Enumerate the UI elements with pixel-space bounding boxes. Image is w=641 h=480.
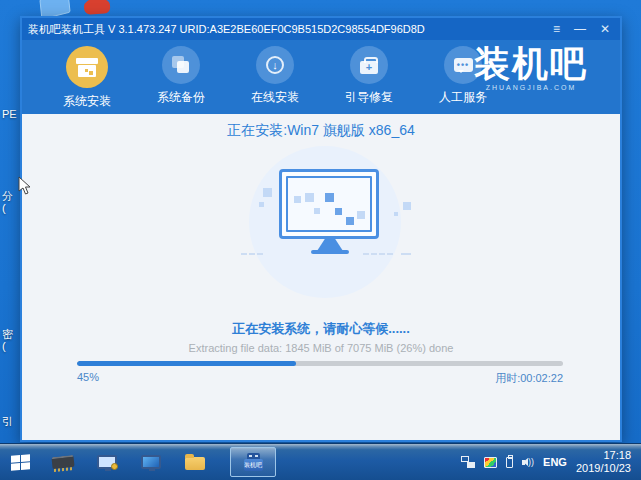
taskbar-item-remote-tool[interactable] — [92, 448, 122, 476]
decor-square — [335, 208, 342, 215]
decor-square — [357, 211, 365, 219]
taskbar-item-usb-installer-active[interactable]: 装机吧 — [230, 447, 276, 477]
network-icon[interactable] — [461, 456, 475, 468]
logo-wordmark: 装机吧 — [456, 42, 606, 86]
status-message-en: Extracting file data: 1845 MiB of 7075 M… — [22, 342, 620, 354]
computer-display-icon — [141, 455, 161, 469]
clock[interactable]: 17:18 2019/10/23 — [576, 449, 635, 475]
close-icon[interactable]: ✕ — [600, 23, 610, 35]
nav-item-boot-repair[interactable]: + 引导修复 — [322, 46, 416, 106]
decor-dash — [363, 253, 393, 255]
progress-percent: 45% — [77, 371, 99, 386]
taskbar-item-computer[interactable] — [136, 448, 166, 476]
nav-bar: 系统安装 系统备份 ↓ 在线安装 + 引导修复 ••• 人工服务 — [22, 40, 620, 114]
taskbar: 装机吧 )) ENG 17:18 2019/10/23 — [0, 443, 641, 480]
nav-label: 引导修复 — [345, 89, 393, 106]
usb-drive-icon: 装机吧 — [244, 453, 263, 471]
decor-square — [394, 212, 398, 216]
speaker-icon[interactable]: )) — [522, 457, 534, 467]
desktop-label-fragment[interactable]: ( — [2, 202, 6, 214]
nav-item-system-install[interactable]: 系统安装 — [40, 46, 134, 110]
window-titlebar[interactable]: 装机吧装机工具 V 3.1.473.247 URID:A3E2BE60EF0C9… — [22, 18, 620, 40]
taskbar-item-memory-chip[interactable] — [48, 448, 78, 476]
progress-bar-fill — [77, 361, 296, 366]
nav-item-system-backup[interactable]: 系统备份 — [134, 46, 228, 106]
nav-label: 系统安装 — [63, 93, 111, 110]
nav-item-online-install[interactable]: ↓ 在线安装 — [228, 46, 322, 106]
usb-drive-label: 装机吧 — [244, 459, 263, 471]
backup-copies-icon — [162, 46, 200, 84]
decor-square — [325, 193, 334, 202]
decor-square — [305, 193, 314, 202]
desktop-label-fragment[interactable]: ( — [2, 340, 6, 352]
decor-square — [346, 217, 354, 225]
menu-icon[interactable]: ≡ — [553, 23, 560, 35]
decor-dash — [401, 253, 411, 255]
window-title: 装机吧装机工具 V 3.1.473.247 URID:A3E2BE60EF0C9… — [28, 22, 553, 37]
taskbar-item-file-explorer[interactable] — [180, 448, 210, 476]
monitor-illustration — [219, 144, 439, 310]
installer-window: 装机吧装机工具 V 3.1.473.247 URID:A3E2BE60EF0C9… — [20, 16, 622, 442]
nav-label: 在线安装 — [251, 89, 299, 106]
decor-square — [294, 196, 301, 203]
computer-key-icon — [97, 455, 117, 469]
package-box-icon — [66, 46, 108, 88]
monitor-stand-base — [311, 250, 349, 254]
clock-time: 17:18 — [576, 449, 631, 462]
system-tray: )) ENG 17:18 2019/10/23 — [461, 444, 641, 480]
decor-dash — [241, 253, 263, 255]
repair-toolbox-icon: + — [350, 46, 388, 84]
language-indicator[interactable]: ENG — [543, 456, 567, 468]
display-color-icon[interactable] — [484, 457, 497, 468]
memory-chip-icon — [51, 455, 74, 469]
start-button[interactable] — [0, 444, 40, 480]
folder-icon — [185, 457, 205, 470]
monitor-screen — [286, 176, 372, 232]
minimize-icon[interactable]: — — [574, 23, 586, 35]
nav-label: 人工服务 — [439, 89, 487, 106]
monitor-graphic — [279, 169, 379, 239]
decor-square — [263, 188, 272, 197]
status-message-cn: 正在安装系统，请耐心等候...... — [22, 320, 620, 338]
desktop-shortcut-icon[interactable] — [83, 0, 110, 15]
desktop-label-fragment[interactable]: 引 — [2, 414, 13, 429]
nav-label: 系统备份 — [157, 89, 205, 106]
install-progress-panel: 正在安装:Win7 旗舰版 x86_64 — [22, 114, 620, 440]
progress-bar — [77, 361, 563, 366]
decor-square — [403, 202, 411, 210]
installing-title: 正在安装:Win7 旗舰版 x86_64 — [22, 122, 620, 140]
decor-square — [314, 208, 320, 214]
elapsed-time: 用时:00:02:22 — [495, 371, 563, 386]
mouse-cursor — [18, 176, 32, 200]
decor-square — [259, 202, 264, 207]
download-circle-icon: ↓ — [256, 46, 294, 84]
usb-device-icon[interactable] — [506, 457, 513, 468]
brand-logo: 装机吧 ZHUANGJIBA.COM — [456, 42, 606, 91]
windows-logo-icon — [11, 454, 30, 470]
clock-date: 2019/10/23 — [576, 462, 631, 475]
desktop-label-fragment[interactable]: PE — [2, 108, 17, 120]
